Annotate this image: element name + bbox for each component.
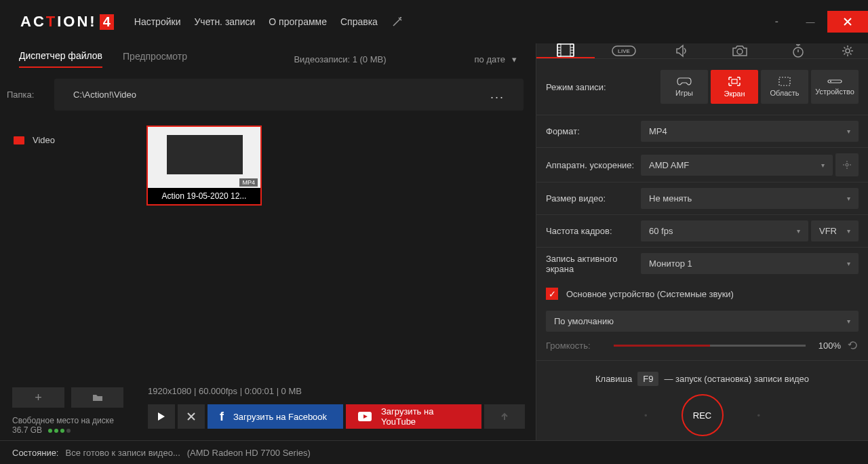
mode-region-button[interactable]: Область: [761, 70, 808, 104]
mode-games-button[interactable]: Игры: [660, 70, 708, 104]
chevron-down-icon: ▾: [847, 317, 850, 325]
chevron-down-icon: ▾: [847, 260, 850, 267]
video-size-dropdown[interactable]: Не менять▾: [641, 188, 859, 209]
export-button[interactable]: [484, 404, 525, 429]
delete-button[interactable]: [178, 404, 205, 429]
film-icon: [557, 43, 574, 57]
disk-space-value: 36.7 GB: [12, 425, 42, 435]
open-folder-button[interactable]: [71, 387, 123, 408]
reset-icon: [848, 340, 859, 351]
chevron-down-icon: ▾: [847, 128, 850, 135]
tab-live-stream[interactable]: LIVE: [595, 43, 653, 58]
active-screen-label: Запись активного экрана: [546, 254, 641, 274]
upload-facebook-button[interactable]: f Загрузить на Facebook: [208, 404, 343, 429]
framerate-dropdown[interactable]: 60 fps▾: [641, 220, 808, 241]
close-button[interactable]: [827, 11, 868, 33]
svg-rect-19: [779, 77, 790, 85]
menu-about[interactable]: О программе: [269, 16, 327, 27]
mode-device-button[interactable]: Устройство: [811, 70, 859, 104]
hotkey-badge[interactable]: F9: [637, 372, 658, 386]
chevron-down-icon: ▾: [847, 195, 850, 202]
volume-slider[interactable]: [614, 345, 806, 347]
tab-benchmark[interactable]: [769, 43, 827, 58]
menu-accounts[interactable]: Учетн. записи: [194, 16, 255, 27]
chevron-down-icon: ▾: [821, 161, 825, 169]
youtube-icon: [358, 412, 372, 421]
video-size-label: Размер видео:: [546, 193, 641, 204]
screen-icon: [728, 76, 741, 87]
disk-space-label: Свободное место на диске: [12, 416, 123, 425]
folder-label: Папка:: [0, 90, 47, 100]
system-audio-checkbox[interactable]: ✓: [546, 288, 558, 300]
active-screen-dropdown[interactable]: Монитор 1▾: [641, 253, 859, 274]
status-gpu: (AMD Radeon HD 7700 Series): [187, 448, 311, 458]
volume-value: 100%: [812, 341, 841, 351]
svg-point-22: [846, 163, 848, 166]
video-thumbnail[interactable]: MP4 Action 19-05-2020 12...: [146, 125, 262, 206]
chevron-down-icon: ▾: [797, 227, 800, 235]
folder-icon: [14, 136, 24, 144]
vfr-dropdown[interactable]: VFR▾: [811, 220, 859, 241]
play-button[interactable]: [148, 404, 175, 429]
record-mode-label: Режим записи:: [546, 82, 654, 92]
recordings-count: Видеозаписи: 1 (0 MB): [294, 54, 386, 64]
file-info: 1920x1080 | 60.000fps | 0:00:01 | 0 MB: [136, 382, 537, 400]
audio-icon: [676, 44, 687, 58]
folder-path-input[interactable]: C:\Action!\Video: [66, 84, 477, 105]
tab-file-manager[interactable]: Диспетчер файлов: [19, 50, 102, 68]
menu-settings[interactable]: Настройки: [134, 16, 181, 27]
svg-point-12: [737, 49, 743, 54]
gear-icon: [842, 160, 852, 170]
tab-screenshot[interactable]: [711, 43, 769, 58]
live-icon: LIVE: [612, 45, 636, 56]
chevron-down-icon: ▾: [512, 54, 517, 64]
minimize-button[interactable]: —: [793, 11, 827, 33]
thumbnail-image: MP4: [148, 127, 260, 188]
tab-video-record[interactable]: [536, 43, 595, 58]
device-icon: [827, 78, 842, 85]
upload-youtube-button[interactable]: Загрузить на YouTube: [346, 404, 481, 429]
record-button[interactable]: REC: [682, 394, 724, 436]
magic-wand-icon[interactable]: [391, 16, 403, 28]
tab-audio-record[interactable]: [653, 43, 711, 58]
svg-point-17: [846, 49, 850, 53]
disk-indicator-icon: [48, 425, 73, 435]
hwaccel-dropdown[interactable]: AMD AMF▾: [641, 155, 833, 176]
hwaccel-settings-button[interactable]: [835, 153, 859, 176]
gear-icon: [841, 44, 854, 58]
volume-label: Громкость:: [546, 341, 607, 351]
hwaccel-label: Аппаратн. ускорение:: [546, 160, 641, 170]
format-dropdown[interactable]: MP4▾: [641, 121, 859, 142]
indicator-dot-left-icon: •: [644, 410, 648, 421]
stopwatch-icon: [791, 44, 805, 58]
gamepad-icon: [677, 77, 692, 86]
svg-text:LIVE: LIVE: [618, 48, 630, 54]
svg-point-21: [830, 81, 831, 82]
facebook-icon: f: [220, 410, 224, 424]
add-folder-button[interactable]: +: [12, 387, 64, 408]
folder-browse-button[interactable]: ...: [484, 88, 511, 102]
system-audio-label: Основное устройство (Системные звуки): [566, 289, 734, 299]
camera-icon: [732, 45, 748, 57]
svg-rect-18: [732, 79, 737, 83]
format-badge: MP4: [239, 178, 258, 187]
hotkey-prefix: Клавиша: [595, 374, 632, 384]
volume-reset-button[interactable]: [848, 340, 859, 351]
tab-settings[interactable]: [827, 43, 868, 58]
app-logo: ACTION! 4: [20, 13, 114, 31]
menu-help[interactable]: Справка: [340, 16, 378, 27]
region-icon: [778, 77, 791, 86]
format-label: Формат:: [546, 126, 641, 136]
chevron-down-icon: ▾: [847, 227, 850, 235]
tray-button[interactable]: ⁃: [760, 11, 793, 33]
framerate-label: Частота кадров:: [546, 226, 641, 236]
status-text: Все готово к записи видео...: [65, 448, 180, 458]
indicator-dot-right-icon: •: [757, 410, 761, 421]
mode-screen-button[interactable]: Экран: [711, 70, 758, 104]
hotkey-suffix: — запуск (остановка) записи видео: [664, 374, 809, 384]
sort-dropdown[interactable]: по дате ▾: [475, 54, 517, 64]
status-label: Состояние:: [12, 448, 58, 458]
tab-preview[interactable]: Предпросмотр: [123, 51, 187, 67]
sidebar-folder-video[interactable]: Video: [14, 135, 122, 145]
audio-device-dropdown[interactable]: По умолчанию▾: [546, 311, 859, 332]
